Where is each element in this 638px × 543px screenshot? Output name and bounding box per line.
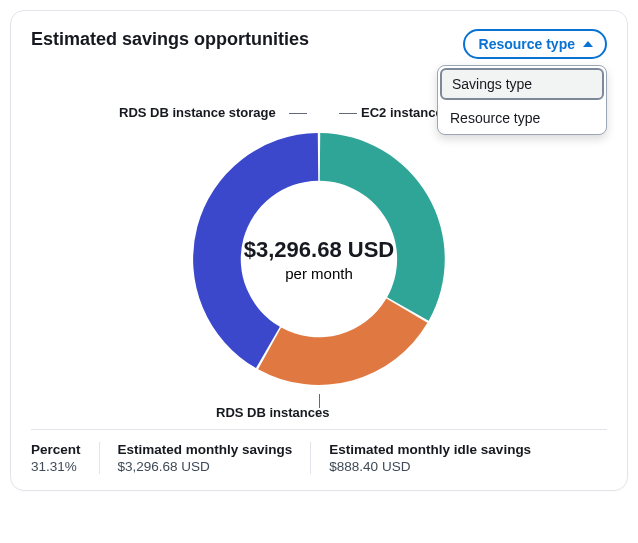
leader-line [289,113,307,114]
stat-value: 31.31% [31,459,81,474]
stat-label: Estimated monthly savings [118,442,293,457]
center-sub: per month [244,264,394,281]
center-value: $3,296.68 USD [244,236,394,262]
menu-item-savings-type[interactable]: Savings type [440,68,604,100]
resource-type-dropdown[interactable]: Resource type [463,29,607,59]
dropdown-menu: Savings type Resource type [437,65,607,135]
donut-center: $3,296.68 USD per month [244,236,394,281]
menu-item-resource-type[interactable]: Resource type [438,102,606,134]
stat-value: $888.40 USD [329,459,531,474]
stat-label: Percent [31,442,81,457]
leader-line [339,113,357,114]
segment-ec2[interactable] [320,133,445,321]
caret-up-icon [583,41,593,47]
stats-footer: Percent 31.31% Estimated monthly savings… [31,429,607,474]
dropdown-selected-label: Resource type [479,36,575,52]
card-header: Estimated savings opportunities Resource… [31,29,607,59]
stat-monthly-savings: Estimated monthly savings $3,296.68 USD [99,442,311,474]
segment-label-rds-storage: RDS DB instance storage [119,105,276,120]
stat-percent: Percent 31.31% [31,442,99,474]
stat-idle-savings: Estimated monthly idle savings $888.40 U… [310,442,549,474]
stat-value: $3,296.68 USD [118,459,293,474]
dropdown-wrap: Resource type Savings type Resource type [463,29,607,59]
segment-label-rds-instances: RDS DB instances [216,405,329,420]
stat-label: Estimated monthly idle savings [329,442,531,457]
card-title: Estimated savings opportunities [31,29,309,50]
segment-rds-instances[interactable] [258,298,427,384]
savings-card: Estimated savings opportunities Resource… [10,10,628,491]
